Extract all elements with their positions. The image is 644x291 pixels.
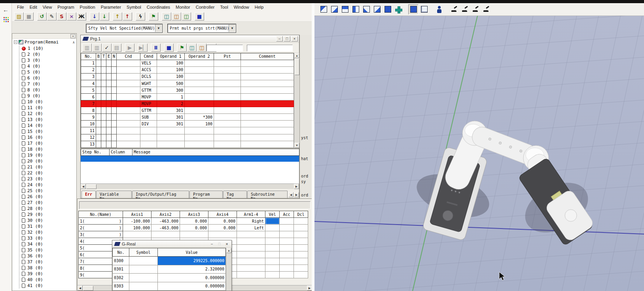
program-copy-icon[interactable]: ↺ <box>37 12 47 21</box>
tab-scroll-right-icon[interactable]: ▶ <box>294 192 299 197</box>
download-blue-icon[interactable]: ↓ <box>90 12 99 21</box>
display-solid-icon[interactable] <box>408 4 419 15</box>
run-icon[interactable]: ▶ <box>125 43 134 52</box>
dcl-cell[interactable] <box>294 272 308 278</box>
comment-field[interactable] <box>247 45 293 51</box>
person-view-icon[interactable] <box>434 4 444 15</box>
acc-cell[interactable] <box>280 265 294 272</box>
symbol-edit-icon[interactable]: S <box>57 12 66 21</box>
program-tree-item[interactable]: 33 (0) <box>12 235 76 241</box>
scrollbar-thumb[interactable] <box>295 59 299 75</box>
command-cell[interactable]: ACCS <box>140 66 157 73</box>
program-check-icon[interactable]: × <box>67 12 76 21</box>
dcl-cell[interactable] <box>294 238 308 245</box>
greal-titlebar[interactable]: G-Real – □ × <box>112 240 231 248</box>
program-tree-item[interactable]: 3 (0) <box>12 57 76 63</box>
acc-cell[interactable] <box>280 245 294 251</box>
download-green-icon[interactable]: ↓ <box>100 12 109 21</box>
operand1-cell[interactable]: 300 <box>157 87 185 94</box>
operand2-cell[interactable] <box>185 87 214 94</box>
axis4-cell[interactable]: 0.000 <box>208 225 237 231</box>
variable-symbol[interactable] <box>129 265 158 273</box>
column-header[interactable]: Axis3 <box>180 211 208 218</box>
acc-cell[interactable] <box>280 238 294 245</box>
tree-root-program[interactable]: − Program(Remai ∧ <box>12 39 76 45</box>
arm-cell[interactable]: Left <box>237 225 265 231</box>
program-tree-item[interactable]: 40 (0) <box>12 277 76 283</box>
vel-cell[interactable] <box>265 251 280 258</box>
axes-cross-icon[interactable] <box>393 4 403 15</box>
program-tree-item[interactable]: 2 (0) <box>12 51 76 57</box>
menu-item[interactable]: Window <box>231 4 252 10</box>
program-tree-item[interactable]: 6 (0) <box>12 75 76 81</box>
variable-symbol[interactable] <box>129 274 158 282</box>
operand1-cell[interactable]: 100 <box>157 73 185 80</box>
program-step-row[interactable]: 12 <box>81 134 294 141</box>
view-right-icon[interactable] <box>372 4 382 15</box>
command-cell[interactable]: DIV <box>140 121 157 127</box>
step-run-icon[interactable]: ▶▏ <box>138 43 148 52</box>
column-header[interactable]: No.(Name) <box>79 211 123 218</box>
edit-icon[interactable]: ✎ <box>47 12 57 21</box>
program-tree-item[interactable]: 27 (0) <box>12 200 76 206</box>
variable-value[interactable]: 0.000000 <box>158 282 226 290</box>
program-tree-item[interactable]: 23 (0) <box>12 176 76 182</box>
program-tree-item[interactable]: 30 (0) <box>12 217 76 223</box>
command-cell[interactable] <box>140 134 157 141</box>
menu-item[interactable]: Parameter <box>98 4 124 10</box>
arm-cell[interactable] <box>237 238 265 245</box>
vel-cell[interactable] <box>265 258 280 265</box>
variable-row[interactable]: 0301 2.320000 <box>113 265 226 273</box>
vel-cell[interactable] <box>265 231 280 238</box>
scroll-left-icon[interactable]: ◀ <box>78 285 83 291</box>
axis1-cell[interactable]: 100.000 <box>123 225 152 231</box>
save-as-icon[interactable]: ▥ <box>92 43 102 52</box>
column-header[interactable]: Arm1-4 <box>237 211 265 218</box>
acc-cell[interactable] <box>280 251 294 258</box>
vel-cell[interactable] <box>265 245 280 251</box>
command-cell[interactable]: DCLS <box>140 73 157 80</box>
arm-cell[interactable] <box>237 258 265 265</box>
tab-scroll-left-icon[interactable]: ◀ <box>288 192 294 197</box>
dropdown-arrow-icon[interactable]: ▼ <box>155 25 162 32</box>
variable-value[interactable]: 2.320000 <box>158 265 226 273</box>
acc-cell[interactable] <box>280 225 294 231</box>
program-step-row[interactable]: 11 <box>81 127 294 134</box>
robot-view-2-icon[interactable] <box>460 4 470 15</box>
acc-cell[interactable] <box>280 258 294 265</box>
program-step-row[interactable]: 4 WGHT 500 <box>81 80 294 87</box>
scroll-down-icon[interactable]: ▼ <box>294 143 299 148</box>
program-tree-item[interactable]: 16 (0) <box>12 134 76 140</box>
vel-cell[interactable] <box>265 265 280 272</box>
axis2-cell[interactable] <box>152 231 180 238</box>
program-tree-item[interactable]: 10 (0) <box>12 99 76 105</box>
message-tab[interactable]: Variable No. <box>96 191 132 198</box>
position-row[interactable]: 2() 100.000 -463.000 0.000 0.000 Left <box>79 225 308 231</box>
operand2-cell[interactable] <box>185 94 214 100</box>
program-tree-item[interactable]: 21 (0) <box>12 164 76 170</box>
acc-cell[interactable] <box>280 218 294 225</box>
minimize-icon[interactable]: – <box>276 36 283 42</box>
program-step-row[interactable]: 3 DCLS 100 <box>81 73 294 80</box>
command-cell[interactable] <box>140 127 157 134</box>
operand1-cell[interactable]: 1 <box>157 94 185 100</box>
position-row[interactable]: 1() -100.000 -463.000 0.000 0.000 Right <box>79 218 308 225</box>
column-header[interactable]: E <box>106 53 112 60</box>
axis1-cell[interactable] <box>123 231 152 238</box>
menu-item[interactable]: View <box>40 4 55 10</box>
horizontal-scrollbar[interactable]: ◀ ▶ <box>81 183 299 189</box>
column-header[interactable]: Cmnd <box>140 53 157 60</box>
robot-view-1-icon[interactable] <box>449 4 459 15</box>
program-tree-item[interactable]: 7 (0) <box>12 81 76 87</box>
program-step-row[interactable]: 10 DIV 301 100 <box>81 121 294 127</box>
axis3-cell[interactable]: 0.000 <box>180 218 208 225</box>
axis3-cell[interactable] <box>180 231 208 238</box>
vel-cell[interactable] <box>265 238 280 245</box>
operand1-cell[interactable] <box>157 134 185 141</box>
column-header[interactable]: Cnd <box>117 53 140 60</box>
program-tree-item[interactable]: 14 (0) <box>12 123 76 128</box>
axis4-cell[interactable]: 0.000 <box>208 218 237 225</box>
variable-value[interactable]: 0.000000 <box>158 274 226 282</box>
column-header[interactable]: Message <box>133 149 299 155</box>
back-arrow-icon[interactable]: ← <box>3 6 11 13</box>
